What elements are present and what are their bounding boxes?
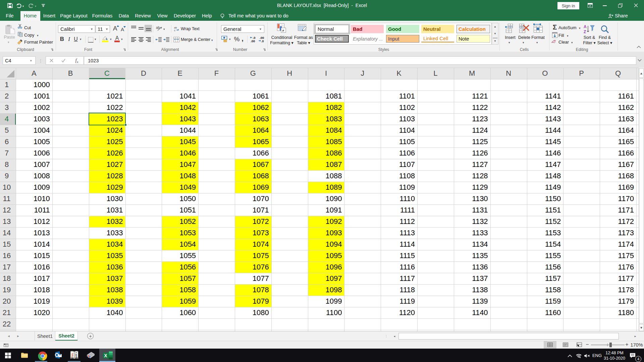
svg-text:ERP 9: ERP 9	[75, 352, 77, 357]
svg-text:.00: .00	[251, 39, 255, 43]
svg-text:≠: ≠	[282, 28, 284, 33]
svg-text:X: X	[104, 353, 107, 358]
svg-text:Z: Z	[584, 29, 586, 34]
svg-text:Tally: Tally	[71, 353, 73, 358]
svg-text:A: A	[584, 24, 587, 29]
svg-text:c: c	[174, 29, 175, 32]
svg-text:.0: .0	[261, 39, 264, 43]
